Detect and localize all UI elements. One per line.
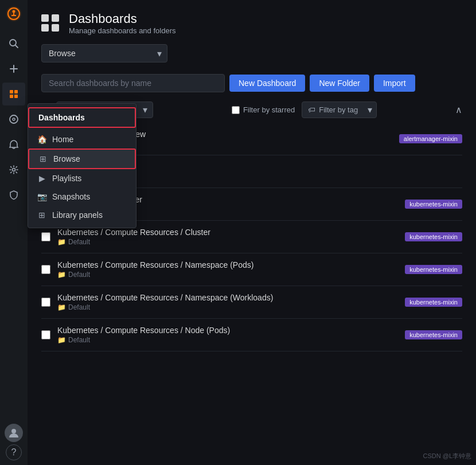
dropdown-home-icon: 🏠: [37, 135, 46, 144]
svg-point-11: [11, 429, 16, 433]
help-icon[interactable]: ?: [6, 444, 22, 460]
item-name[interactable]: Kubernetes / Compute Resources / Namespa…: [57, 293, 398, 302]
folder-name: Default: [68, 238, 90, 246]
item-tag[interactable]: alertmanager-mixin: [399, 134, 462, 143]
item-folder: 📁 Default: [57, 336, 398, 344]
item-tag[interactable]: kubernetes-mixin: [405, 265, 462, 274]
folder-icon: 📁: [57, 303, 66, 311]
filter-by-starred-label[interactable]: Filter by starred: [232, 105, 295, 114]
item-tag[interactable]: kubernetes-mixin: [405, 330, 462, 339]
item-tag[interactable]: kubernetes-mixin: [405, 232, 462, 241]
dashboards-nav-icon[interactable]: [2, 83, 25, 105]
item-name[interactable]: Kubernetes / Compute Resources / Node (P…: [57, 326, 398, 335]
item-tag[interactable]: kubernetes-mixin: [405, 200, 462, 209]
watermark: CSDN @L李钟意: [423, 452, 471, 460]
dashboard-item: Kubernetes / Compute Resources / Node (P…: [41, 319, 462, 351]
dashboard-item: Kubernetes / Compute Resources / Namespa…: [41, 286, 462, 319]
tag-filter-wrap[interactable]: 🏷 Filter by tag: [302, 101, 377, 118]
folder-name: Default: [68, 303, 90, 311]
dropdown-home-label: Home: [52, 135, 73, 144]
config-icon[interactable]: [2, 158, 25, 181]
filter-by-starred-checkbox[interactable]: [232, 106, 240, 114]
browse-select-wrap: Browse Playlists Snapshots Library panel…: [28, 44, 476, 69]
folder-icon: 📁: [57, 271, 66, 279]
page-header: Dashboards Manage dashboards and folders: [28, 0, 476, 44]
item-tag[interactable]: kubernetes-mixin: [405, 298, 462, 307]
browse-select-container[interactable]: Browse Playlists Snapshots Library panel…: [41, 44, 167, 62]
svg-rect-4: [10, 90, 13, 93]
folder-name: Default: [68, 271, 90, 279]
item-checkbox[interactable]: [41, 232, 50, 241]
svg-point-10: [13, 169, 15, 171]
folder-icon: 📁: [57, 336, 66, 344]
folder-name: Default: [68, 336, 90, 344]
item-checkbox[interactable]: [41, 265, 50, 274]
svg-point-9: [13, 118, 15, 120]
tag-filter-button[interactable]: 🏷 Filter by tag: [302, 101, 377, 118]
new-folder-button[interactable]: New Folder: [310, 75, 369, 92]
item-name[interactable]: Kubernetes / Compute Resources / Cluster: [57, 228, 398, 237]
dropdown-playlists-icon: ▶: [37, 174, 46, 183]
search-icon[interactable]: [2, 32, 25, 55]
item-name[interactable]: Kubernetes / Compute Resources / Namespa…: [57, 260, 398, 269]
svg-point-2: [13, 10, 15, 13]
svg-rect-7: [14, 95, 18, 98]
page-header-text: Dashboards Manage dashboards and folders: [69, 11, 175, 35]
item-info: Kubernetes / Compute Resources / Namespa…: [57, 293, 398, 311]
item-folder: 📁 Default: [57, 271, 398, 279]
dropdown-item-home[interactable]: 🏠 Home: [28, 130, 136, 149]
dropdown-library-panels-icon: ⊞: [37, 210, 46, 220]
dropdown-playlists-label: Playlists: [52, 174, 81, 183]
new-dashboard-button[interactable]: New Dashboard: [229, 75, 305, 92]
dropdown-item-library-panels[interactable]: ⊞ Library panels: [28, 206, 136, 224]
dropdown-snapshots-label: Snapshots: [52, 192, 90, 201]
search-input[interactable]: [41, 74, 225, 92]
item-folder: 📁 Default: [57, 303, 398, 311]
explore-icon[interactable]: [2, 108, 25, 131]
folder-icon: 📁: [57, 238, 66, 246]
item-info: Kubernetes / Compute Resources / Namespa…: [57, 260, 398, 279]
tag-icon: 🏷: [308, 105, 315, 114]
svg-rect-6: [10, 95, 13, 98]
browse-select[interactable]: Browse Playlists Snapshots Library panel…: [41, 44, 167, 62]
svg-point-8: [10, 115, 18, 123]
import-button[interactable]: Import: [374, 75, 415, 92]
main-content: Dashboards Manage dashboards and folders…: [28, 0, 476, 465]
collapse-button[interactable]: ∧: [455, 104, 462, 115]
dropdown-browse-icon: ⊞: [38, 154, 48, 163]
user-avatar[interactable]: [5, 424, 23, 442]
page-subtitle: Manage dashboards and folders: [69, 26, 175, 35]
item-info: Kubernetes / Compute Resources / Node (P…: [57, 326, 398, 344]
svg-rect-5: [14, 90, 18, 93]
dropdown-menu: Dashboards 🏠 Home ⊞ Browse ▶ Playlists 📷…: [28, 103, 136, 228]
dropdown-item-browse[interactable]: ⊞ Browse: [28, 149, 136, 169]
dropdown-snapshots-icon: 📷: [37, 192, 46, 201]
item-info: Kubernetes / Compute Resources / Cluster…: [57, 228, 398, 246]
plus-icon[interactable]: [2, 57, 25, 80]
grafana-logo[interactable]: [5, 5, 23, 23]
dropdown-title: Dashboards: [28, 107, 136, 128]
dashboards-header-icon: [41, 14, 60, 33]
shield-icon[interactable]: [2, 183, 25, 206]
alerting-icon[interactable]: [2, 133, 25, 156]
dropdown-library-panels-label: Library panels: [52, 210, 103, 220]
item-checkbox[interactable]: [41, 298, 50, 307]
dropdown-item-snapshots[interactable]: 📷 Snapshots: [28, 187, 136, 206]
item-folder: 📁 Default: [57, 238, 398, 246]
dropdown-browse-label: Browse: [53, 154, 80, 163]
dropdown-item-playlists[interactable]: ▶ Playlists: [28, 169, 136, 187]
svg-point-3: [10, 40, 16, 46]
tag-filter-label: Filter by tag: [319, 105, 358, 114]
toolbar: New Dashboard New Folder Import: [28, 69, 476, 97]
dashboard-item: Kubernetes / Compute Resources / Namespa…: [41, 253, 462, 286]
page-title: Dashboards: [69, 11, 175, 26]
item-checkbox[interactable]: [41, 330, 50, 339]
sidebar: ?: [0, 0, 28, 465]
filter-starred-text: Filter by starred: [243, 105, 295, 114]
